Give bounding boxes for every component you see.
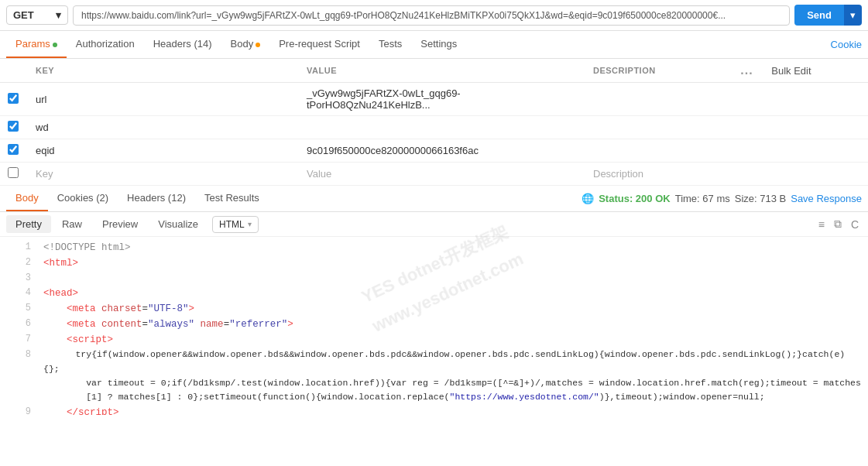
row4-checkbox[interactable] bbox=[8, 167, 19, 178]
row2-checkbox[interactable] bbox=[8, 121, 19, 132]
table-row: url _vGyw9wg5jFARtZX-0wLt_gqg69-tPorHO8Q… bbox=[0, 83, 868, 116]
row3-more-cell bbox=[732, 139, 763, 163]
row1-bulk-cell bbox=[763, 83, 868, 116]
size-label: Size: 713 B bbox=[735, 193, 787, 204]
tab-tests[interactable]: Tests bbox=[369, 31, 411, 58]
col-value: VALUE bbox=[299, 59, 585, 83]
clear-icon[interactable]: C bbox=[848, 217, 862, 232]
params-dot bbox=[53, 43, 57, 47]
table-row: eqid 9c019f650000ce82000000066163f6ac bbox=[0, 139, 868, 163]
wrap-icon[interactable]: ≡ bbox=[815, 217, 828, 232]
row4-desc-cell: Description bbox=[585, 163, 732, 186]
save-response-link[interactable]: Save Response bbox=[791, 193, 862, 204]
lang-chevron-icon: ▾ bbox=[248, 220, 252, 228]
row3-check-cell bbox=[0, 139, 28, 163]
col-description: DESCRIPTION bbox=[585, 59, 732, 83]
tab-params[interactable]: Params bbox=[6, 31, 67, 58]
row1-check-cell bbox=[0, 83, 28, 116]
time-label: Time: 67 ms bbox=[675, 193, 730, 204]
code-line-1: 1 <!DOCTYPE html> bbox=[0, 240, 868, 255]
url-input[interactable]: https://www.baidu.com/link?url=_vGyw9wg5… bbox=[73, 5, 790, 26]
copy-icon[interactable]: ⧉ bbox=[831, 216, 845, 232]
globe-icon: 🌐 bbox=[582, 193, 594, 204]
code-tab-visualize[interactable]: Visualize bbox=[149, 215, 208, 233]
row4-value-cell[interactable]: Value bbox=[299, 163, 585, 186]
params-table: KEY VALUE DESCRIPTION ... Bulk Edit url bbox=[0, 59, 868, 186]
code-tab-preview[interactable]: Preview bbox=[93, 215, 147, 233]
send-dropdown-button[interactable]: ▾ bbox=[844, 5, 862, 26]
row2-more-cell bbox=[732, 116, 763, 139]
code-tab-raw[interactable]: Raw bbox=[53, 215, 91, 233]
table-row: wd bbox=[0, 116, 868, 139]
row3-value-cell[interactable]: 9c019f650000ce82000000066163f6ac bbox=[299, 139, 585, 163]
row1-checkbox[interactable] bbox=[8, 93, 19, 104]
col-more: ... bbox=[732, 59, 763, 83]
status-label: Status: 200 OK bbox=[599, 193, 670, 204]
code-line-9: 9 </script> bbox=[0, 405, 868, 415]
params-section: KEY VALUE DESCRIPTION ... Bulk Edit url bbox=[0, 59, 868, 186]
more-icon[interactable]: ... bbox=[740, 63, 753, 77]
col-bulk: Bulk Edit bbox=[763, 59, 868, 83]
row1-value-cell[interactable]: _vGyw9wg5jFARtZX-0wLt_gqg69-tPorHO8QzNu2… bbox=[299, 83, 585, 116]
tab-pre-request[interactable]: Pre-request Script bbox=[269, 31, 369, 58]
response-tabs: Body Cookies (2) Headers (12) Test Resul… bbox=[0, 186, 868, 212]
code-line-6: 6 <meta content="always" name="referrer"… bbox=[0, 317, 868, 332]
code-tabs: Pretty Raw Preview Visualize HTML ▾ ≡ ⧉ … bbox=[0, 212, 868, 237]
row4-key-cell[interactable]: Key bbox=[28, 163, 299, 186]
code-line-5: 5 <meta charset="UTF-8"> bbox=[0, 301, 868, 317]
col-key: KEY bbox=[28, 59, 299, 83]
row3-key-cell[interactable]: eqid bbox=[28, 139, 299, 163]
tab-body-response[interactable]: Body bbox=[6, 186, 48, 211]
request-tabs: Params Authorization Headers (14) Body P… bbox=[0, 31, 868, 59]
tab-cookies[interactable]: Cookies (2) bbox=[48, 186, 118, 211]
tab-authorization[interactable]: Authorization bbox=[67, 31, 144, 58]
table-row: Key Value Description bbox=[0, 163, 868, 186]
code-line-2: 2 <html> bbox=[0, 255, 868, 271]
row1-key-cell[interactable]: url bbox=[28, 83, 299, 116]
method-select[interactable]: GET ▾ bbox=[6, 5, 68, 25]
code-line-7: 7 <script> bbox=[0, 332, 868, 348]
tab-test-results[interactable]: Test Results bbox=[195, 186, 269, 211]
method-chevron-icon: ▾ bbox=[56, 9, 61, 21]
row2-key-cell[interactable]: wd bbox=[28, 116, 299, 139]
row4-bulk-cell bbox=[763, 163, 868, 186]
row2-check-cell bbox=[0, 116, 28, 139]
code-line-3: 3 bbox=[0, 271, 868, 286]
method-label: GET bbox=[13, 9, 34, 21]
tab-body[interactable]: Body bbox=[221, 31, 270, 58]
tab-response-headers[interactable]: Headers (12) bbox=[118, 186, 195, 211]
col-check bbox=[0, 59, 28, 83]
tab-headers[interactable]: Headers (14) bbox=[144, 31, 221, 58]
lang-label: HTML bbox=[219, 219, 245, 230]
row3-checkbox[interactable] bbox=[8, 144, 19, 155]
status-area: 🌐 Status: 200 OK Time: 67 ms Size: 713 B… bbox=[582, 193, 862, 204]
row3-bulk-cell bbox=[763, 139, 868, 163]
row2-bulk-cell bbox=[763, 116, 868, 139]
cookie-link[interactable]: Cookie bbox=[831, 39, 862, 50]
row1-more-cell bbox=[732, 83, 763, 116]
row1-desc-cell bbox=[585, 83, 732, 116]
code-tab-pretty[interactable]: Pretty bbox=[6, 215, 51, 233]
send-group: Send ▾ bbox=[794, 5, 862, 26]
bulk-edit-button[interactable]: Bulk Edit bbox=[771, 65, 811, 77]
tab-settings[interactable]: Settings bbox=[411, 31, 466, 58]
code-area[interactable]: 1 <!DOCTYPE html> 2 <html> 3 4 <head> 5 … bbox=[0, 237, 868, 415]
row2-value-cell[interactable] bbox=[299, 116, 585, 139]
row3-desc-cell bbox=[585, 139, 732, 163]
send-button[interactable]: Send bbox=[794, 5, 844, 26]
lang-select-dropdown[interactable]: HTML ▾ bbox=[212, 216, 259, 233]
code-line-8: 8 try{if(window.opener&&window.opener.bd… bbox=[0, 348, 868, 405]
body-dot bbox=[256, 43, 260, 47]
row4-more-cell bbox=[732, 163, 763, 186]
code-line-4: 4 <head> bbox=[0, 286, 868, 301]
top-bar: GET ▾ https://www.baidu.com/link?url=_vG… bbox=[0, 0, 868, 31]
row2-desc-cell bbox=[585, 116, 732, 139]
row4-check-cell bbox=[0, 163, 28, 186]
